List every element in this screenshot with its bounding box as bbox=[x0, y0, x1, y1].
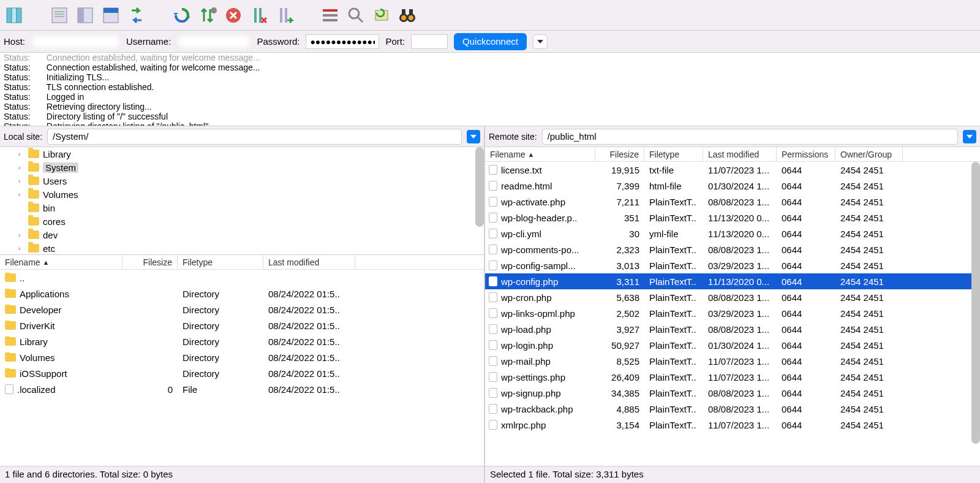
file-permissions: 0644 bbox=[777, 324, 835, 335]
file-permissions: 0644 bbox=[777, 308, 835, 319]
file-permissions: 0644 bbox=[777, 165, 835, 175]
col-filetype[interactable]: Filetype bbox=[644, 147, 703, 161]
file-row[interactable]: license.txt 19,915 txt-file 11/07/2023 1… bbox=[485, 162, 980, 178]
file-permissions: 0644 bbox=[777, 181, 835, 191]
svg-rect-2 bbox=[17, 8, 21, 23]
svg-marker-33 bbox=[967, 135, 973, 139]
file-row[interactable]: wp-activate.php 7,211 PlainTextT.. 08/08… bbox=[485, 194, 980, 210]
file-row[interactable]: .localized 0 File 08/24/2022 01:5.. bbox=[0, 381, 484, 397]
file-row[interactable]: readme.html 7,399 html-file 01/30/2024 1… bbox=[485, 178, 980, 194]
quickconnect-button[interactable]: Quickconnect bbox=[454, 33, 527, 50]
toggle-log-icon[interactable] bbox=[48, 4, 71, 27]
file-row[interactable]: wp-links-opml.php 2,502 PlainTextT.. 03/… bbox=[485, 305, 980, 321]
file-row[interactable]: wp-load.php 3,927 PlainTextT.. 08/08/202… bbox=[485, 321, 980, 337]
log-row: Status: Retrieving directory listing of … bbox=[4, 121, 976, 126]
col-modified[interactable]: Last modified bbox=[263, 255, 355, 269]
tree-item[interactable]: ›Users bbox=[0, 174, 484, 188]
process-queue-icon[interactable] bbox=[196, 4, 219, 27]
file-modified: 08/08/2023 1... bbox=[703, 388, 777, 398]
file-type: PlainTextT.. bbox=[644, 245, 703, 255]
tree-item[interactable]: ›etc bbox=[0, 242, 484, 255]
remote-path-dropdown[interactable] bbox=[963, 130, 976, 143]
col-filesize[interactable]: Filesize bbox=[123, 255, 178, 269]
file-row[interactable]: iOSSupport Directory 08/24/2022 01:5.. bbox=[0, 365, 484, 381]
file-icon bbox=[489, 420, 497, 430]
col-modified[interactable]: Last modified bbox=[703, 147, 777, 161]
file-row[interactable]: wp-cron.php 5,638 PlainTextT.. 08/08/202… bbox=[485, 289, 980, 305]
tree-item[interactable]: ›System bbox=[0, 161, 484, 174]
file-row[interactable]: wp-mail.php 8,525 PlainTextT.. 11/07/202… bbox=[485, 353, 980, 369]
local-tree[interactable]: ›Library›System›Users›Volumesbincores›de… bbox=[0, 147, 484, 255]
message-log[interactable]: Status: Connection established, waiting … bbox=[0, 53, 980, 126]
file-row[interactable]: xmlrpc.php 3,154 PlainTextT.. 11/07/2023… bbox=[485, 417, 980, 433]
col-filename[interactable]: Filename▲ bbox=[0, 255, 123, 269]
svg-rect-21 bbox=[323, 19, 337, 21]
reconnect-icon[interactable] bbox=[273, 4, 296, 27]
sync-browse-icon[interactable] bbox=[125, 4, 148, 27]
file-modified: 08/08/2023 1... bbox=[703, 197, 777, 207]
file-row[interactable]: Library Directory 08/24/2022 01:5.. bbox=[0, 333, 484, 349]
file-row[interactable]: wp-signup.php 34,385 PlainTextT.. 08/08/… bbox=[485, 385, 980, 401]
tree-item[interactable]: ›Volumes bbox=[0, 188, 484, 201]
file-row[interactable]: wp-login.php 50,927 PlainTextT.. 01/30/2… bbox=[485, 337, 980, 353]
file-row[interactable]: wp-comments-po... 2,323 PlainTextT.. 08/… bbox=[485, 242, 980, 257]
col-filetype[interactable]: Filetype bbox=[178, 255, 263, 269]
local-path-dropdown[interactable] bbox=[467, 130, 480, 143]
local-file-list[interactable]: .. Applications Directory 08/24/2022 01:… bbox=[0, 270, 484, 466]
file-row[interactable]: wp-blog-header.p.. 351 PlainTextT.. 11/1… bbox=[485, 210, 980, 226]
file-name: DriverKit bbox=[20, 321, 55, 331]
col-owner[interactable]: Owner/Group bbox=[835, 147, 903, 161]
file-row[interactable]: DriverKit Directory 08/24/2022 01:5.. bbox=[0, 318, 484, 333]
file-row[interactable]: Applications Directory 08/24/2022 01:5.. bbox=[0, 286, 484, 302]
remote-path-input[interactable] bbox=[542, 129, 958, 145]
username-input[interactable] bbox=[177, 34, 251, 49]
filter-icon[interactable] bbox=[318, 4, 342, 27]
cancel-icon[interactable] bbox=[222, 4, 245, 27]
col-permissions[interactable]: Permissions bbox=[777, 147, 835, 161]
port-input[interactable] bbox=[411, 34, 448, 49]
svg-point-27 bbox=[401, 15, 406, 20]
scrollbar[interactable] bbox=[475, 147, 484, 227]
file-row[interactable]: wp-settings.php 26,409 PlainTextT.. 11/0… bbox=[485, 369, 980, 385]
sitemanager-icon[interactable] bbox=[2, 4, 26, 27]
file-type: PlainTextT.. bbox=[644, 308, 703, 319]
toggle-tree-icon[interactable] bbox=[74, 4, 97, 27]
col-filesize[interactable]: Filesize bbox=[595, 147, 644, 161]
file-name: wp-cron.php bbox=[501, 292, 552, 303]
tree-item[interactable]: cores bbox=[0, 215, 484, 228]
file-permissions: 0644 bbox=[777, 388, 835, 398]
disconnect-icon[interactable] bbox=[247, 4, 271, 27]
compare-icon[interactable] bbox=[370, 4, 393, 27]
file-row[interactable]: wp-config.php 3,311 PlainTextT.. 11/13/2… bbox=[485, 273, 980, 289]
file-row[interactable]: Developer Directory 08/24/2022 01:5.. bbox=[0, 302, 484, 318]
tree-label: dev bbox=[43, 230, 58, 240]
file-size: 3,311 bbox=[595, 276, 644, 287]
col-filename[interactable]: Filename▲ bbox=[485, 147, 595, 161]
file-row[interactable]: wp-trackback.php 4,885 PlainTextT.. 08/0… bbox=[485, 401, 980, 417]
file-type: PlainTextT.. bbox=[644, 213, 703, 223]
scrollbar[interactable] bbox=[971, 162, 980, 444]
binoculars-icon[interactable] bbox=[396, 4, 419, 27]
folder-icon bbox=[28, 190, 39, 199]
file-row[interactable]: Volumes Directory 08/24/2022 01:5.. bbox=[0, 349, 484, 365]
quickconnect-dropdown[interactable] bbox=[533, 34, 548, 49]
file-row[interactable]: wp-config-sampl... 3,013 PlainTextT.. 03… bbox=[485, 257, 980, 273]
remote-file-list[interactable]: license.txt 19,915 txt-file 11/07/2023 1… bbox=[485, 162, 980, 466]
file-name: Applications bbox=[20, 289, 69, 299]
file-type: PlainTextT.. bbox=[644, 276, 703, 287]
toggle-queue-icon[interactable] bbox=[99, 4, 123, 27]
local-path-input[interactable] bbox=[47, 129, 462, 145]
tree-item[interactable]: ›Library bbox=[0, 147, 484, 161]
refresh-icon[interactable] bbox=[170, 4, 194, 27]
file-row[interactable]: .. bbox=[0, 270, 484, 286]
search-icon[interactable] bbox=[344, 4, 368, 27]
file-modified: 08/08/2023 1... bbox=[703, 324, 777, 335]
file-icon bbox=[489, 324, 497, 334]
host-input[interactable] bbox=[31, 34, 120, 49]
password-input[interactable] bbox=[306, 34, 379, 49]
file-icon bbox=[489, 276, 497, 286]
tree-item[interactable]: ›dev bbox=[0, 228, 484, 242]
remote-site-label: Remote site: bbox=[489, 132, 537, 142]
tree-item[interactable]: bin bbox=[0, 201, 484, 215]
file-row[interactable]: wp-cli.yml 30 yml-file 11/13/2020 0... 0… bbox=[485, 226, 980, 242]
